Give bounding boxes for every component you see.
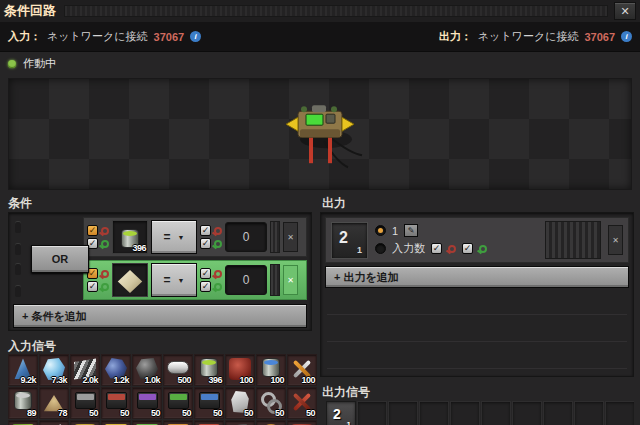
empty-signal-slot [512,401,542,425]
input-signal-slot [256,420,286,425]
item-icon [199,392,220,409]
empty-signal-slot [450,401,480,425]
green-wire-icon [101,283,109,291]
input-signal-slot [70,420,100,425]
row-anchor [15,221,21,233]
output-signals-header: 出力信号 [322,384,370,401]
empty-signal-slot [388,401,418,425]
red-wire-checkbox[interactable]: ✓ [200,225,211,236]
signal-count: 396 [132,243,146,253]
status-label: 作動中 [23,56,56,71]
empty-signal-slot [543,401,573,425]
green-wire-checkbox[interactable]: ✓ [200,238,211,249]
combinator-entity [260,87,380,177]
item-icon [106,392,127,409]
row-drag-handle[interactable] [270,264,280,296]
input-signal-slot: 100 [225,354,255,386]
edit-icon[interactable]: ✎ [404,224,418,237]
output-signal-sub: 1 [357,245,362,255]
input-signal-slot: 7.3k [39,354,69,386]
delete-condition-icon[interactable]: ✕ [283,265,298,295]
green-wire-checkbox[interactable]: ✓ [462,243,473,254]
condition-row-2: ✓ ✓ = ▼ [83,260,307,300]
input-signal-slot [8,420,38,425]
input-signal-slot: 50 [256,387,286,419]
output-panel: 2 1 1 ✎ 入力数 ✓ ✓ ✕ + [320,212,634,377]
input-network-id: 37067 [154,31,185,43]
item-icon [168,392,189,409]
constant-value-field[interactable]: 0 [225,222,267,252]
red-wire-checkbox[interactable]: ✓ [200,268,211,279]
constant-value-radio[interactable] [375,225,386,236]
comparator-dropdown[interactable]: = ▼ [151,263,197,297]
green-wire-checkbox[interactable]: ✓ [200,281,211,292]
chevron-down-icon: ▼ [178,234,185,241]
output-signal-slot[interactable]: 2 1 [331,222,368,259]
or-button[interactable]: OR [31,245,89,273]
item-icon [75,392,96,409]
red-wire-checkbox[interactable]: ✓ [87,225,98,236]
row-drag-handle[interactable] [545,221,601,259]
delete-output-icon[interactable]: ✕ [608,225,623,255]
network-io-bar: 入力： ネットワークに接続 37067 i 出力： ネットワークに接続 3706… [0,22,640,52]
tile-item-icon [117,269,143,295]
status-row: 作動中 [8,56,56,71]
item-icon [167,361,189,374]
row-drag-handle[interactable] [270,221,280,253]
input-signal-slot: 396 [194,354,224,386]
empty-signal-slot [357,401,387,425]
input-signal-slot: 100 [256,354,286,386]
comparator-dropdown[interactable]: = ▼ [151,220,197,254]
add-output-button[interactable]: + 出力を追加 [325,266,629,288]
red-wire-icon [101,270,109,278]
empty-list-row [327,342,627,369]
red-wire-icon [214,270,222,278]
item-icon [137,392,158,409]
green-wire-icon [214,240,222,248]
output-row: 2 1 1 ✎ 入力数 ✓ ✓ ✕ [325,217,629,263]
red-wire-icon [101,227,109,235]
conditions-header: 条件 [8,195,32,212]
first-signal-slot[interactable] [112,263,148,297]
output-signal-label: 2 [339,229,348,247]
input-signal-slot [194,420,224,425]
title-bar[interactable]: 条件回路 ✕ [0,0,640,22]
output-label: 出力： [439,29,472,44]
chevron-down-icon: ▼ [178,277,185,284]
delete-condition-icon[interactable]: ✕ [283,222,298,252]
entity-preview [8,78,632,190]
green-wire-checkbox[interactable]: ✓ [87,281,98,292]
close-icon[interactable]: ✕ [614,2,636,20]
constant-value-label: 1 [392,225,398,237]
input-signal-slot: 78 [39,387,69,419]
green-wire-icon [479,245,487,253]
input-signal-slot: 89 [8,387,38,419]
green-wire-icon [101,240,109,248]
empty-signal-slot [481,401,511,425]
red-wire-icon [448,245,456,253]
empty-list-row [327,315,627,342]
empty-signal-slot [419,401,449,425]
constant-value-field[interactable]: 0 [225,265,267,295]
red-wire-checkbox[interactable]: ✓ [431,243,442,254]
row-anchor [15,263,21,275]
add-condition-button[interactable]: + 条件を追加 [13,304,307,328]
red-wire-icon [214,227,222,235]
input-signal-slot [101,420,131,425]
input-signal-slot: 50 [194,387,224,419]
info-icon[interactable]: i [621,31,632,42]
input-signal-slot: 1.2k [101,354,131,386]
input-count-radio[interactable] [375,243,386,254]
first-signal-slot[interactable]: 396 [112,220,148,254]
output-signal-result-slot: 2 1 [326,401,356,425]
drag-handle[interactable] [64,5,608,17]
input-count-label: 入力数 [392,241,425,256]
input-signal-slot: 50 [101,387,131,419]
output-signals-grid: 2 1 [326,401,634,425]
output-status: ネットワークに接続 [478,29,579,44]
info-icon[interactable]: i [190,31,201,42]
window-title: 条件回路 [4,2,56,20]
input-signal-slot: 50 [225,387,255,419]
decider-combinator-window: 条件回路 ✕ 入力： ネットワークに接続 37067 i 出力： ネットワークに… [0,0,640,425]
row-anchor [15,285,21,297]
